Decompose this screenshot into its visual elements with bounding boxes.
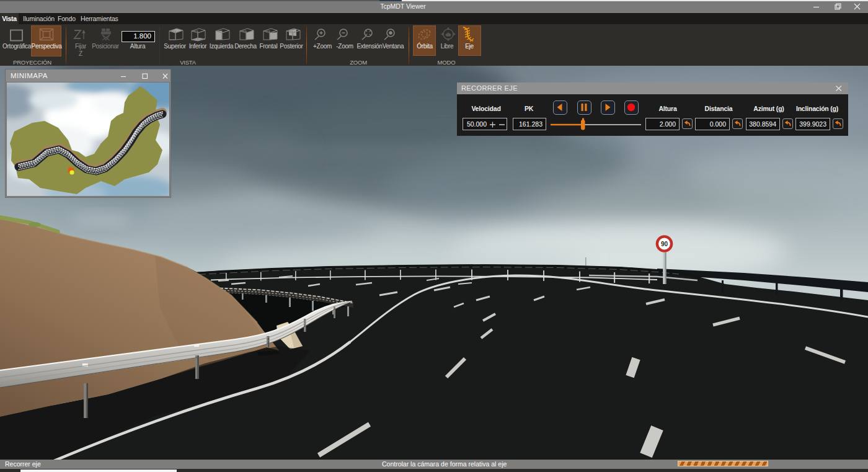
svg-text:90: 90: [661, 241, 668, 247]
